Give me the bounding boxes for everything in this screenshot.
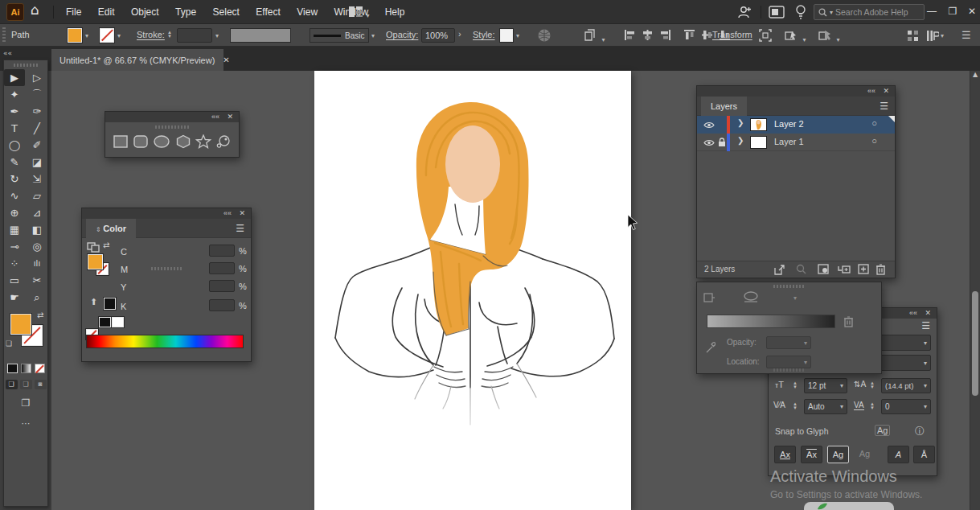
tool-magic-wand[interactable]: ✦ [4, 86, 25, 103]
align-top-icon[interactable] [683, 29, 695, 41]
properties-panel-icon[interactable]: ▾ [926, 30, 944, 42]
lightbulb-icon[interactable] [795, 4, 806, 23]
layer-name[interactable]: Layer 1 [774, 137, 804, 146]
close-panel-icon[interactable]: ✕ [925, 308, 931, 319]
font-size-value[interactable]: 12 pt▾ [804, 378, 847, 393]
tool-symbol-sprayer[interactable]: ⁘ [4, 255, 25, 272]
font-size-stepper[interactable]: ▲▼ [793, 381, 798, 389]
color-mode-button[interactable] [7, 364, 18, 373]
close-panel-icon[interactable]: ✕ [227, 112, 233, 122]
kerning-value[interactable]: Auto▾ [804, 399, 847, 414]
layer-target-icon[interactable]: ○ [871, 136, 877, 146]
tab-color[interactable]: ⇕ Color [86, 219, 136, 238]
control-menu-icon[interactable]: ☰ [962, 29, 971, 41]
draw-inside-button[interactable]: ◙ [35, 380, 47, 389]
black-swatch[interactable] [99, 317, 111, 327]
panel-menu-icon[interactable]: ☰ [880, 101, 888, 112]
panel-grip[interactable] [773, 368, 806, 372]
glyph-guides-icon[interactable]: Ag [875, 425, 890, 436]
none-mode-button[interactable] [35, 364, 45, 373]
gradient-opacity-select[interactable]: ▾ [766, 336, 811, 349]
drag-handle[interactable] [2, 27, 6, 43]
gradient-type-chevron-icon[interactable]: ▾ [793, 294, 797, 302]
menu-object[interactable]: Object [125, 0, 166, 24]
gradient-fill-icon[interactable] [703, 293, 716, 302]
panel-menu-icon[interactable]: ☰ [921, 320, 930, 331]
tool-paintbrush[interactable]: ✐ [27, 137, 47, 154]
tool-scale[interactable]: ⇲ [27, 171, 47, 187]
minimize-button[interactable]: — [921, 0, 942, 23]
align-v-center-icon[interactable] [701, 29, 713, 41]
locate-object-icon[interactable] [796, 264, 806, 274]
stroke-weight-value[interactable] [177, 28, 212, 43]
select-similar-icon[interactable]: ▾ [584, 29, 605, 45]
fill-chevron-icon[interactable]: ▾ [85, 32, 88, 39]
tool-ellipse[interactable]: ◯ [4, 137, 25, 154]
color-panel-header[interactable]: «« ✕ [82, 208, 251, 219]
tool-hand[interactable]: ☛ [4, 289, 25, 306]
tool-gradient[interactable]: ◧ [27, 221, 47, 238]
opacity-label[interactable]: Opacity: [386, 30, 418, 39]
restore-button[interactable]: ❐ [942, 0, 963, 23]
scroll-up-icon[interactable]: ▲ [970, 71, 980, 79]
snap-anchor-button[interactable]: Å [913, 446, 935, 463]
tool-curvature[interactable]: ✑ [27, 103, 47, 120]
kerning-stepper[interactable]: ▲▼ [793, 402, 798, 410]
shape-props-icon[interactable] [907, 30, 919, 45]
expand-layer-icon[interactable]: ❯ [737, 118, 744, 127]
delete-gradient-icon[interactable] [843, 315, 854, 327]
close-panel-icon[interactable]: ✕ [883, 86, 889, 97]
gradient-location-select[interactable]: ▾ [766, 356, 811, 368]
swap-fill-stroke-icon[interactable]: ⇄ [37, 311, 43, 319]
collapse-panel-icon[interactable]: «« [909, 308, 917, 319]
leading-stepper[interactable]: ▲▼ [870, 381, 875, 389]
workspace-switcher[interactable]: ▾ [349, 6, 369, 21]
swatch-pair-icon[interactable] [87, 242, 100, 253]
layer-row-selected[interactable]: ❯ Layer 2 ○ [697, 116, 895, 134]
info-icon[interactable]: ⓘ [915, 425, 925, 438]
rounded-rectangle-tool-icon[interactable] [133, 134, 149, 149]
device-preview-icon[interactable] [769, 6, 785, 22]
stroke-weight-label[interactable]: Stroke: [137, 30, 165, 39]
brush-definition-preview[interactable] [230, 28, 291, 43]
tool-column-graph[interactable]: ılı [27, 255, 47, 272]
layer-thumbnail[interactable] [750, 118, 767, 131]
visibility-eye-icon[interactable] [703, 121, 715, 129]
align-right-icon[interactable] [659, 29, 671, 41]
snap-angular-button[interactable]: A [888, 446, 909, 463]
menu-view[interactable]: View [290, 0, 324, 24]
flare-tool-icon[interactable] [215, 134, 232, 149]
white-swatch[interactable] [112, 317, 124, 327]
tool-eyedropper[interactable]: ⊸ [4, 238, 25, 255]
new-sublayer-icon[interactable] [838, 264, 851, 274]
layer-row[interactable]: ❯ Layer 1 ○ [697, 134, 895, 151]
transform-label[interactable]: Transform [712, 30, 752, 39]
layer-name[interactable]: Layer 2 [774, 119, 804, 129]
isolate-selection-icon[interactable]: ▾ [785, 29, 806, 45]
tracking-value[interactable]: 0▾ [881, 399, 931, 414]
variable-width-profile[interactable]: Basic [310, 28, 369, 43]
star-tool-icon[interactable] [195, 134, 211, 149]
clipping-mask-icon[interactable] [818, 264, 829, 274]
color-spectrum-bar[interactable] [86, 335, 244, 348]
snap-baseline-button[interactable]: Ax [774, 446, 796, 463]
new-layer-icon[interactable] [858, 264, 869, 274]
close-panel-icon[interactable]: ✕ [239, 208, 245, 219]
leading-value[interactable]: (14.4 pt)▾ [881, 378, 931, 393]
stroke-weight-chevron-icon[interactable]: ▾ [215, 32, 219, 39]
channel-m-value[interactable] [209, 262, 235, 274]
vertical-scrollbar[interactable]: ▲ [970, 71, 980, 510]
document-setup-icon[interactable] [537, 28, 552, 46]
align-left-icon[interactable] [624, 29, 636, 41]
screen-mode-icon[interactable]: ❐ [4, 397, 47, 409]
style-label[interactable]: Style: [473, 30, 495, 39]
tool-type[interactable]: T [4, 120, 25, 137]
collapse-panel-icon[interactable]: «« [211, 112, 219, 122]
gradient-mode-button[interactable] [21, 364, 31, 373]
fill-swatch[interactable] [10, 314, 31, 335]
tool-selection[interactable]: ▶ [4, 69, 25, 86]
collapse-dock-icon[interactable]: «« [3, 49, 12, 57]
collect-for-export-icon[interactable] [774, 264, 785, 275]
delete-layer-icon[interactable] [875, 263, 886, 275]
opacity-expand-icon[interactable]: › [458, 29, 461, 39]
